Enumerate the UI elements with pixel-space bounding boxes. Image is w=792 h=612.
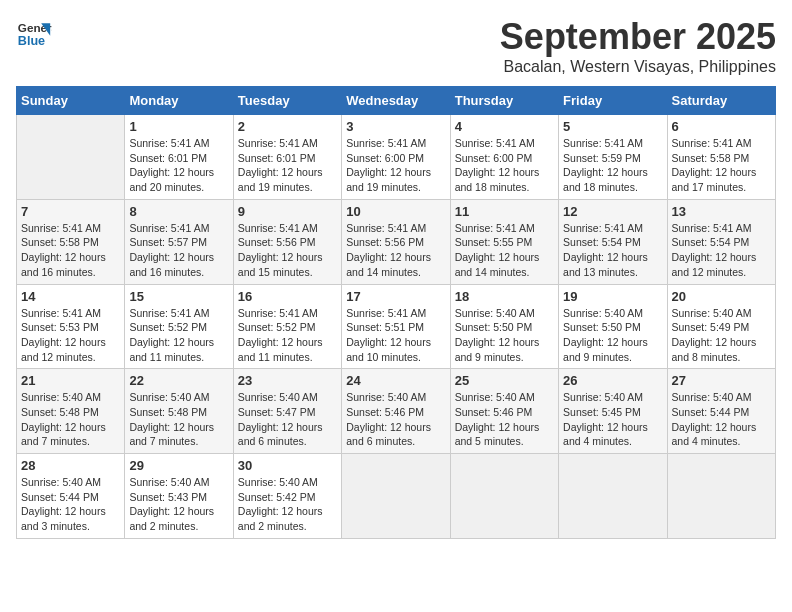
day-detail: Sunrise: 5:41 AM Sunset: 5:58 PM Dayligh… — [672, 136, 771, 195]
week-row-3: 14Sunrise: 5:41 AM Sunset: 5:53 PM Dayli… — [17, 284, 776, 369]
day-cell: 21Sunrise: 5:40 AM Sunset: 5:48 PM Dayli… — [17, 369, 125, 454]
day-detail: Sunrise: 5:40 AM Sunset: 5:46 PM Dayligh… — [455, 390, 554, 449]
calendar-subtitle: Bacalan, Western Visayas, Philippines — [500, 58, 776, 76]
day-number: 7 — [21, 204, 120, 219]
day-number: 20 — [672, 289, 771, 304]
day-number: 9 — [238, 204, 337, 219]
day-detail: Sunrise: 5:41 AM Sunset: 5:53 PM Dayligh… — [21, 306, 120, 365]
day-detail: Sunrise: 5:41 AM Sunset: 6:00 PM Dayligh… — [346, 136, 445, 195]
header-row: Sunday Monday Tuesday Wednesday Thursday… — [17, 87, 776, 115]
day-number: 29 — [129, 458, 228, 473]
day-number: 14 — [21, 289, 120, 304]
day-detail: Sunrise: 5:41 AM Sunset: 5:52 PM Dayligh… — [129, 306, 228, 365]
day-detail: Sunrise: 5:41 AM Sunset: 5:52 PM Dayligh… — [238, 306, 337, 365]
day-cell: 19Sunrise: 5:40 AM Sunset: 5:50 PM Dayli… — [559, 284, 667, 369]
day-detail: Sunrise: 5:41 AM Sunset: 5:56 PM Dayligh… — [238, 221, 337, 280]
day-detail: Sunrise: 5:40 AM Sunset: 5:42 PM Dayligh… — [238, 475, 337, 534]
day-detail: Sunrise: 5:40 AM Sunset: 5:50 PM Dayligh… — [563, 306, 662, 365]
day-cell: 12Sunrise: 5:41 AM Sunset: 5:54 PM Dayli… — [559, 199, 667, 284]
day-number: 21 — [21, 373, 120, 388]
day-number: 5 — [563, 119, 662, 134]
day-number: 12 — [563, 204, 662, 219]
day-cell: 4Sunrise: 5:41 AM Sunset: 6:00 PM Daylig… — [450, 115, 558, 200]
day-cell: 2Sunrise: 5:41 AM Sunset: 6:01 PM Daylig… — [233, 115, 341, 200]
col-friday: Friday — [559, 87, 667, 115]
col-tuesday: Tuesday — [233, 87, 341, 115]
week-row-4: 21Sunrise: 5:40 AM Sunset: 5:48 PM Dayli… — [17, 369, 776, 454]
day-cell: 15Sunrise: 5:41 AM Sunset: 5:52 PM Dayli… — [125, 284, 233, 369]
day-cell: 18Sunrise: 5:40 AM Sunset: 5:50 PM Dayli… — [450, 284, 558, 369]
day-cell — [17, 115, 125, 200]
day-detail: Sunrise: 5:41 AM Sunset: 6:01 PM Dayligh… — [129, 136, 228, 195]
day-cell: 24Sunrise: 5:40 AM Sunset: 5:46 PM Dayli… — [342, 369, 450, 454]
day-number: 2 — [238, 119, 337, 134]
day-number: 10 — [346, 204, 445, 219]
day-cell — [667, 454, 775, 539]
day-cell: 11Sunrise: 5:41 AM Sunset: 5:55 PM Dayli… — [450, 199, 558, 284]
week-row-5: 28Sunrise: 5:40 AM Sunset: 5:44 PM Dayli… — [17, 454, 776, 539]
day-cell: 6Sunrise: 5:41 AM Sunset: 5:58 PM Daylig… — [667, 115, 775, 200]
day-number: 18 — [455, 289, 554, 304]
day-detail: Sunrise: 5:40 AM Sunset: 5:45 PM Dayligh… — [563, 390, 662, 449]
day-number: 1 — [129, 119, 228, 134]
day-cell — [559, 454, 667, 539]
day-cell: 8Sunrise: 5:41 AM Sunset: 5:57 PM Daylig… — [125, 199, 233, 284]
day-cell: 9Sunrise: 5:41 AM Sunset: 5:56 PM Daylig… — [233, 199, 341, 284]
day-detail: Sunrise: 5:41 AM Sunset: 5:59 PM Dayligh… — [563, 136, 662, 195]
day-cell: 16Sunrise: 5:41 AM Sunset: 5:52 PM Dayli… — [233, 284, 341, 369]
day-number: 11 — [455, 204, 554, 219]
day-number: 23 — [238, 373, 337, 388]
day-detail: Sunrise: 5:41 AM Sunset: 5:58 PM Dayligh… — [21, 221, 120, 280]
day-detail: Sunrise: 5:40 AM Sunset: 5:48 PM Dayligh… — [129, 390, 228, 449]
day-cell: 22Sunrise: 5:40 AM Sunset: 5:48 PM Dayli… — [125, 369, 233, 454]
day-cell: 30Sunrise: 5:40 AM Sunset: 5:42 PM Dayli… — [233, 454, 341, 539]
day-number: 27 — [672, 373, 771, 388]
day-number: 25 — [455, 373, 554, 388]
day-cell: 3Sunrise: 5:41 AM Sunset: 6:00 PM Daylig… — [342, 115, 450, 200]
day-number: 16 — [238, 289, 337, 304]
day-detail: Sunrise: 5:40 AM Sunset: 5:46 PM Dayligh… — [346, 390, 445, 449]
day-detail: Sunrise: 5:41 AM Sunset: 5:54 PM Dayligh… — [672, 221, 771, 280]
day-number: 17 — [346, 289, 445, 304]
page-header: General Blue September 2025 Bacalan, Wes… — [16, 16, 776, 76]
day-cell: 7Sunrise: 5:41 AM Sunset: 5:58 PM Daylig… — [17, 199, 125, 284]
day-detail: Sunrise: 5:41 AM Sunset: 6:00 PM Dayligh… — [455, 136, 554, 195]
day-cell: 1Sunrise: 5:41 AM Sunset: 6:01 PM Daylig… — [125, 115, 233, 200]
week-row-2: 7Sunrise: 5:41 AM Sunset: 5:58 PM Daylig… — [17, 199, 776, 284]
day-cell: 5Sunrise: 5:41 AM Sunset: 5:59 PM Daylig… — [559, 115, 667, 200]
day-cell — [342, 454, 450, 539]
day-number: 30 — [238, 458, 337, 473]
col-wednesday: Wednesday — [342, 87, 450, 115]
day-detail: Sunrise: 5:41 AM Sunset: 6:01 PM Dayligh… — [238, 136, 337, 195]
logo-icon: General Blue — [16, 16, 52, 52]
day-cell: 23Sunrise: 5:40 AM Sunset: 5:47 PM Dayli… — [233, 369, 341, 454]
calendar-title: September 2025 — [500, 16, 776, 58]
day-number: 6 — [672, 119, 771, 134]
col-saturday: Saturday — [667, 87, 775, 115]
day-detail: Sunrise: 5:40 AM Sunset: 5:49 PM Dayligh… — [672, 306, 771, 365]
day-number: 3 — [346, 119, 445, 134]
day-number: 26 — [563, 373, 662, 388]
calendar-table: Sunday Monday Tuesday Wednesday Thursday… — [16, 86, 776, 539]
day-detail: Sunrise: 5:40 AM Sunset: 5:44 PM Dayligh… — [672, 390, 771, 449]
day-cell — [450, 454, 558, 539]
day-detail: Sunrise: 5:41 AM Sunset: 5:51 PM Dayligh… — [346, 306, 445, 365]
day-number: 19 — [563, 289, 662, 304]
day-detail: Sunrise: 5:40 AM Sunset: 5:44 PM Dayligh… — [21, 475, 120, 534]
title-block: September 2025 Bacalan, Western Visayas,… — [500, 16, 776, 76]
day-number: 8 — [129, 204, 228, 219]
day-number: 28 — [21, 458, 120, 473]
day-cell: 29Sunrise: 5:40 AM Sunset: 5:43 PM Dayli… — [125, 454, 233, 539]
day-number: 13 — [672, 204, 771, 219]
day-cell: 13Sunrise: 5:41 AM Sunset: 5:54 PM Dayli… — [667, 199, 775, 284]
week-row-1: 1Sunrise: 5:41 AM Sunset: 6:01 PM Daylig… — [17, 115, 776, 200]
logo: General Blue — [16, 16, 52, 52]
day-detail: Sunrise: 5:41 AM Sunset: 5:54 PM Dayligh… — [563, 221, 662, 280]
day-number: 15 — [129, 289, 228, 304]
day-cell: 28Sunrise: 5:40 AM Sunset: 5:44 PM Dayli… — [17, 454, 125, 539]
day-detail: Sunrise: 5:40 AM Sunset: 5:43 PM Dayligh… — [129, 475, 228, 534]
day-cell: 14Sunrise: 5:41 AM Sunset: 5:53 PM Dayli… — [17, 284, 125, 369]
day-detail: Sunrise: 5:40 AM Sunset: 5:50 PM Dayligh… — [455, 306, 554, 365]
day-cell: 26Sunrise: 5:40 AM Sunset: 5:45 PM Dayli… — [559, 369, 667, 454]
day-number: 22 — [129, 373, 228, 388]
